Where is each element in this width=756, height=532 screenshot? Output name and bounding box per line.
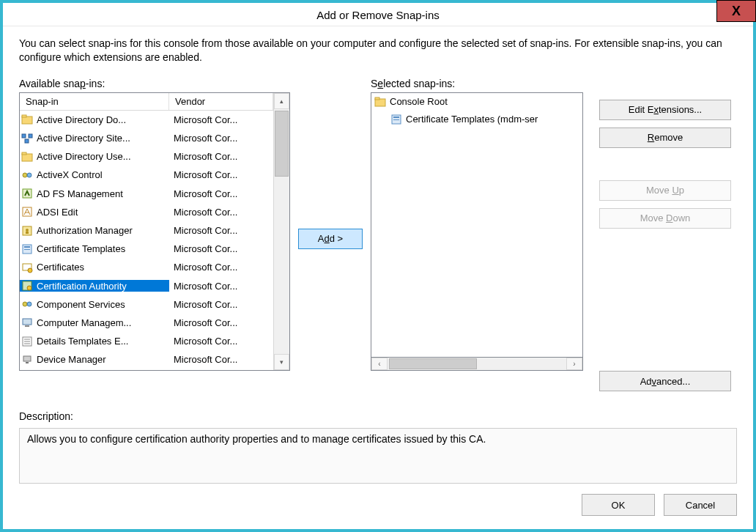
svg-rect-6	[22, 152, 26, 155]
hscroll-thumb[interactable]	[389, 358, 477, 369]
folder-icon	[374, 96, 386, 108]
snapin-row[interactable]: Active Directory Site...Microsoft Cor...	[20, 129, 273, 147]
snapin-vendor: Microsoft Cor...	[169, 281, 273, 292]
snapin-vendor: Microsoft Cor...	[169, 336, 273, 347]
snapin-row[interactable]: Device ManagerMicrosoft Cor...	[20, 350, 273, 369]
title-bar: Add or Remove Snap-ins X	[3, 3, 753, 26]
svg-rect-35	[393, 117, 399, 118]
intro-text: You can select snap-ins for this console…	[19, 37, 737, 64]
add-button[interactable]: Add >	[298, 229, 363, 249]
snapin-vendor: Microsoft Cor...	[169, 114, 273, 125]
move-down-button: Move Down	[599, 208, 731, 229]
tree-root-label: Console Root	[390, 96, 448, 107]
snapin-vendor: Microsoft Cor...	[169, 207, 273, 218]
snapin-name: Authorization Manager	[37, 225, 133, 236]
snapin-vendor: Microsoft Cor...	[169, 299, 273, 310]
center-panel: Add >	[290, 78, 371, 400]
svg-point-22	[23, 302, 27, 306]
adfs-icon	[21, 188, 33, 199]
hscroll-track[interactable]	[388, 358, 566, 370]
tree-child[interactable]: Certificate Templates (mdm-ser	[371, 111, 582, 128]
snapin-name: ADSI Edit	[37, 207, 78, 218]
scroll-track[interactable]	[274, 109, 289, 354]
selected-label: Selected snap-ins:	[371, 78, 583, 89]
svg-rect-25	[25, 325, 29, 327]
scroll-down-arrow-icon[interactable]: ▾	[274, 354, 289, 370]
svg-rect-3	[29, 134, 32, 138]
snapin-row[interactable]: Details Templates E...Microsoft Cor...	[20, 332, 273, 350]
bottom-buttons: OK Cancel	[19, 494, 737, 516]
snapin-row[interactable]: Component ServicesMicrosoft Cor...	[20, 295, 273, 314]
ca-icon	[21, 280, 33, 292]
actions-panel: Edit Extensions... Remove Move Up Move D…	[583, 78, 737, 400]
description-label: Description:	[19, 410, 737, 422]
window-title: Add or Remove Snap-ins	[3, 9, 753, 21]
authz-icon	[21, 225, 33, 237]
snapin-name: Active Directory Site...	[37, 133, 130, 144]
snapin-vendor: Microsoft Cor...	[169, 169, 273, 180]
available-listview[interactable]: Snap-in Vendor Active Directory Do...Mic…	[19, 92, 290, 371]
selected-treeview[interactable]: Console Root Certificate Templates (mdm-…	[371, 92, 583, 358]
dialog-window: Add or Remove Snap-ins X You can select …	[0, 0, 756, 532]
snapin-name: ActiveX Control	[37, 169, 103, 180]
move-up-button: Move Up	[599, 180, 731, 201]
snapin-row[interactable]: Active Directory Use...Microsoft Cor...	[20, 147, 273, 166]
horizontal-scrollbar[interactable]: ‹ ›	[371, 358, 583, 371]
listview-header[interactable]: Snap-in Vendor	[20, 93, 273, 111]
svg-rect-1	[22, 115, 26, 117]
col-snapin[interactable]: Snap-in	[20, 93, 169, 110]
sites-icon	[21, 133, 33, 144]
snapin-row[interactable]: ActiveX ControlMicrosoft Cor...	[20, 166, 273, 184]
snapin-row[interactable]: Computer Managem...Microsoft Cor...	[20, 314, 273, 332]
scroll-thumb[interactable]	[275, 111, 289, 177]
snapin-row[interactable]: Active Directory Do...Microsoft Cor...	[20, 111, 273, 129]
scroll-right-arrow-icon[interactable]: ›	[566, 358, 582, 370]
svg-point-8	[27, 173, 32, 177]
snapin-row[interactable]: ADSI EditMicrosoft Cor...	[20, 203, 273, 221]
snapin-row[interactable]: Certificate TemplatesMicrosoft Cor...	[20, 240, 273, 258]
snapin-row[interactable]: Certification AuthorityMicrosoft Cor...	[20, 276, 273, 295]
snapin-name: Certificates	[37, 262, 84, 273]
remove-button[interactable]: Remove	[599, 128, 731, 148]
close-icon: X	[732, 4, 741, 19]
svg-rect-24	[23, 319, 32, 325]
advanced-button[interactable]: Advanced...	[599, 371, 731, 391]
snapin-vendor: Microsoft Cor...	[169, 188, 273, 199]
scroll-left-arrow-icon[interactable]: ‹	[371, 358, 388, 370]
snapin-name: Details Templates E...	[37, 336, 128, 347]
snapin-vendor: Microsoft Cor...	[169, 133, 273, 144]
device-icon	[21, 354, 33, 366]
snapin-name: Active Directory Use...	[37, 151, 131, 162]
snapin-name: Computer Managem...	[37, 317, 131, 328]
snapin-name: Certificate Templates	[37, 243, 125, 254]
close-button[interactable]: X	[716, 0, 756, 22]
col-vendor[interactable]: Vendor	[169, 93, 273, 110]
edit-extensions-button[interactable]: Edit Extensions...	[599, 100, 731, 120]
snapin-row[interactable]: Authorization ManagerMicrosoft Cor...	[20, 221, 273, 240]
cert-templates-icon	[21, 243, 33, 255]
scroll-up-arrow-icon[interactable]: ▴	[274, 93, 289, 109]
svg-rect-4	[25, 139, 29, 143]
vertical-scrollbar[interactable]: ▴ ▾	[273, 93, 289, 370]
snapin-name: Device Manager	[37, 354, 106, 365]
snapin-row[interactable]: AD FS ManagementMicrosoft Cor...	[20, 185, 273, 203]
details-icon	[21, 336, 33, 347]
middle-row: Available snap-ins: Snap-in Vendor Activ…	[19, 78, 737, 400]
ok-button[interactable]: OK	[582, 494, 655, 516]
snapin-name: Active Directory Do...	[37, 114, 126, 125]
snapin-row[interactable]: CertificatesMicrosoft Cor...	[20, 258, 273, 276]
component-icon	[21, 298, 33, 310]
available-label: Available snap-ins:	[19, 78, 290, 89]
tree-root[interactable]: Console Root	[371, 93, 582, 111]
snapin-name: Component Services	[37, 299, 125, 310]
svg-rect-14	[26, 232, 29, 234]
cancel-button[interactable]: Cancel	[664, 494, 737, 516]
snapin-vendor: Microsoft Cor...	[169, 225, 273, 236]
snapin-vendor: Microsoft Cor...	[169, 317, 273, 328]
svg-rect-31	[26, 362, 29, 363]
computer-icon	[21, 317, 33, 328]
snapin-vendor: Microsoft Cor...	[169, 262, 273, 273]
svg-point-13	[26, 229, 29, 232]
svg-rect-33	[375, 97, 379, 100]
available-panel: Available snap-ins: Snap-in Vendor Activ…	[19, 78, 290, 400]
